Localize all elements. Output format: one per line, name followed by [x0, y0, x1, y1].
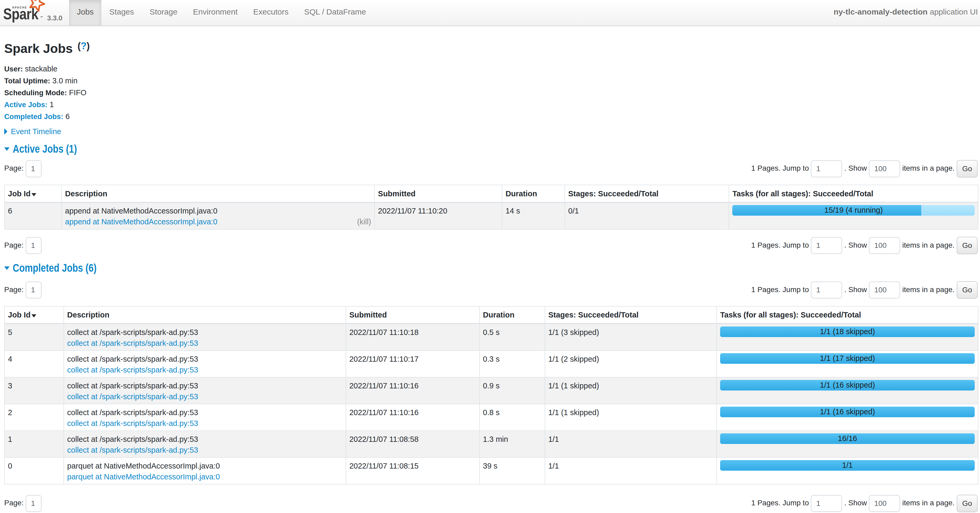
- svg-text:™: ™: [40, 16, 43, 19]
